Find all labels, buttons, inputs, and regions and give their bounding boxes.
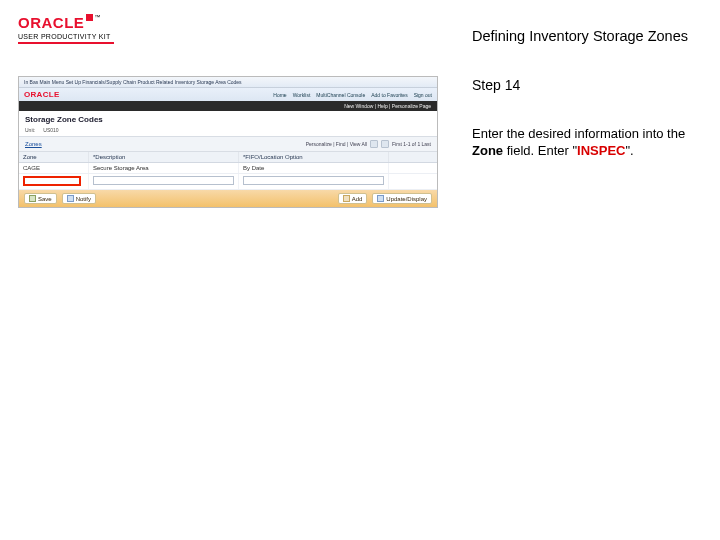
col-location: *FIFO/Location Option [239,152,389,162]
notify-button[interactable]: Notify [62,193,96,204]
app-brandrow: ORACLE Home Worklist MultiChannel Consol… [19,88,437,101]
grid-tools: Personalize | Find | View All First 1-1 … [306,140,431,148]
add-button[interactable]: Add [338,193,368,204]
personalize-text[interactable]: Personalize | Find | View All [306,141,367,147]
section-title: Storage Zone Codes [19,111,437,126]
cell-loc: By Date [243,165,264,171]
instr-text-a: Enter the desired information into the [472,126,685,141]
col-zone: Zone [19,152,89,162]
description-input[interactable] [93,176,234,185]
tm-mark: ™ [94,14,100,20]
save-button[interactable]: Save [24,193,57,204]
menu-multichannel[interactable]: MultiChannel Console [316,92,365,98]
location-select[interactable] [243,176,384,185]
col-description: *Description [89,152,239,162]
top-menu: Home Worklist MultiChannel Console Add t… [273,92,432,98]
notify-icon [67,195,74,202]
grid-icon[interactable] [370,140,378,148]
menu-signout[interactable]: Sign out [414,92,432,98]
app-brand: ORACLE [24,90,60,99]
table-row: CAGE Secure Storage Area By Date [19,163,437,174]
unit-value: US010 [43,127,58,133]
unit-label: Unit: [25,127,35,133]
brand-logo: ORACLE™ USER PRODUCTIVITY KIT [18,14,114,44]
menu-worklist[interactable]: Worklist [293,92,311,98]
table-row [19,174,437,190]
instr-text-e: ". [625,143,633,158]
add-icon [343,195,350,202]
update-icon [377,195,384,202]
zone-input-highlight[interactable] [23,176,81,186]
step-label: Step 14 [472,76,692,95]
unit-row: Unit: US010 [19,126,437,137]
update-display-button[interactable]: Update/Display [372,193,432,204]
page-title: Defining Inventory Storage Zones [472,28,688,44]
save-icon [29,195,36,202]
breadcrumb: In Bas Main Menu Set Up Financials/Suppl… [24,79,432,85]
instr-inspec: INSPEC [577,143,625,158]
instr-zone-bold: Zone [472,143,503,158]
app-screenshot: In Bas Main Menu Set Up Financials/Suppl… [18,76,438,208]
range-text: First 1-1 of 1 Last [392,141,431,147]
cell-zone: CAGE [23,165,40,171]
zones-link[interactable]: Zones [25,141,42,147]
instr-text-c: field. Enter " [503,143,577,158]
breadcrumb-bar: In Bas Main Menu Set Up Financials/Suppl… [19,77,437,88]
brand-text: ORACLE [18,14,93,31]
instruction-body: Enter the desired information into the Z… [472,125,692,160]
menu-home[interactable]: Home [273,92,286,98]
filter-bar: Zones Personalize | Find | View All Firs… [19,137,437,152]
zones-table: Zone *Description *FIFO/Location Option … [19,152,437,190]
instruction-panel: Step 14 Enter the desired information in… [472,76,692,208]
page-header: ORACLE™ USER PRODUCTIVITY KIT Defining I… [0,0,720,58]
table-header: Zone *Description *FIFO/Location Option [19,152,437,163]
action-bar: Save Notify Add Update/Display [19,190,437,207]
logo-rule [18,42,114,44]
window-tools-strip: New Window | Help | Personalize Page [19,101,437,111]
product-name: USER PRODUCTIVITY KIT [18,33,114,40]
grid-icon[interactable] [381,140,389,148]
cell-desc: Secure Storage Area [93,165,149,171]
menu-add-favorites[interactable]: Add to Favorites [371,92,407,98]
body: In Bas Main Menu Set Up Financials/Suppl… [0,58,720,208]
